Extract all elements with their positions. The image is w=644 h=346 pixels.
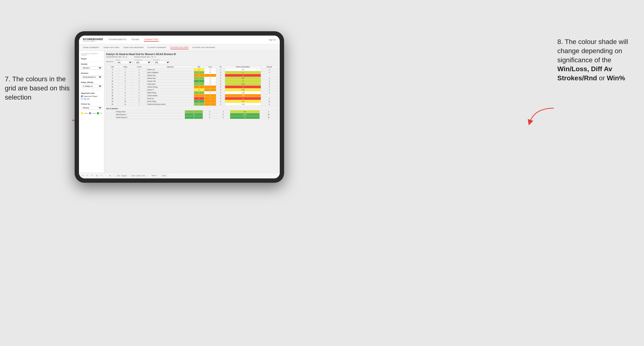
table-row: 9 1 4 Sharon Mun 1 0 0 3.67 3 bbox=[106, 77, 278, 80]
player-rank-label: Player (Rank) bbox=[81, 81, 102, 83]
gender-select[interactable]: Women's bbox=[81, 66, 102, 70]
subnav-team-summary[interactable]: TEAM SUMMARY bbox=[83, 46, 100, 49]
toolbar-cut[interactable]: ✂ bbox=[100, 174, 103, 177]
cell-rounds: 4 bbox=[261, 91, 278, 94]
ood-cell-rounds: 2 bbox=[260, 110, 278, 113]
toolbar-plus[interactable]: ⊕ bbox=[108, 174, 112, 177]
cell-win: 1 bbox=[194, 71, 204, 74]
nav-tournaments[interactable]: TOURNAMENTS bbox=[108, 38, 127, 42]
cell-name: Esther Lee bbox=[146, 68, 194, 71]
cell-reg: 6 bbox=[118, 80, 132, 83]
nav-teams[interactable]: TEAMS bbox=[131, 38, 140, 42]
sub-nav: TEAM SUMMARY TEAM H2H GRID TEAM H2H HEAT… bbox=[79, 44, 280, 51]
cell-rounds: 2 bbox=[261, 86, 278, 88]
ood-cell-rounds: 10 bbox=[260, 116, 278, 119]
table-row: 6 3 3 Sydney Kuo 0 1 0 -1 bbox=[106, 74, 278, 77]
filter-conference-select[interactable]: (All) bbox=[134, 61, 151, 64]
cell-div: 5 bbox=[106, 71, 119, 74]
colour-by-select[interactable]: Win/loss bbox=[81, 106, 102, 110]
cell-win: 2 bbox=[194, 103, 204, 106]
cell-win: 0 bbox=[194, 74, 204, 77]
nav-sign-out[interactable]: Sign out bbox=[269, 39, 276, 41]
toolbar-sep1 bbox=[114, 174, 114, 177]
logo-area: SCOREBOARD Powered by clippd bbox=[83, 38, 103, 42]
ood-cell-tie: 0 bbox=[216, 116, 230, 119]
cell-loss: 0 bbox=[204, 77, 216, 80]
cell-div: 16 bbox=[106, 94, 119, 97]
cell-conf: 3 bbox=[132, 80, 146, 83]
ood-cell-loss: 0 bbox=[203, 113, 216, 116]
cell-diff: -1 bbox=[225, 74, 261, 77]
toolbar-dot[interactable]: · bbox=[105, 174, 107, 177]
save-custom-label: Save Custom View bbox=[131, 175, 146, 176]
subnav-player-h2h-heatmap[interactable]: PLAYER H2H HEATMAP bbox=[192, 46, 215, 49]
nav-items: TOURNAMENTS TEAMS COMMITTEE bbox=[108, 38, 269, 42]
watch-label: Watch bbox=[152, 175, 156, 176]
cell-win: 1 bbox=[194, 91, 204, 94]
cell-diff: 0.38 bbox=[225, 88, 261, 91]
watch-chevron: ▾ bbox=[157, 175, 158, 177]
player-rank-select[interactable]: 8. Katelyn Vo bbox=[81, 84, 102, 88]
cell-reg: 1 bbox=[118, 83, 132, 86]
cell-conf: 1 bbox=[132, 68, 146, 71]
col-rounds: Rounds bbox=[261, 66, 278, 68]
ood-cell-win: 5 bbox=[185, 116, 203, 119]
toolbar-sep2 bbox=[148, 174, 148, 177]
toolbar-share[interactable]: Share bbox=[160, 174, 168, 177]
toolbar-redo[interactable]: ↪ bbox=[90, 174, 94, 177]
tablet-frame: SCOREBOARD Powered by clippd TOURNAMENTS… bbox=[75, 31, 284, 183]
cell-rounds: 2 bbox=[261, 97, 278, 100]
legend-down-label: Down bbox=[84, 113, 88, 114]
cell-conf: 2 bbox=[132, 97, 146, 100]
radio-top100[interactable]: Top 100 bbox=[81, 98, 102, 100]
cell-name: Sydney Kuo bbox=[146, 74, 194, 77]
filter-region-select[interactable]: (All) bbox=[116, 61, 132, 64]
grid-title: Katelyn Vo Head-to-Head Grid for Women's… bbox=[106, 53, 278, 55]
radio-opponents-played[interactable]: Opponents Played bbox=[81, 95, 102, 97]
cell-div: 9 bbox=[106, 77, 119, 80]
cell-tie: 1 bbox=[216, 68, 225, 71]
cell-reg: 2 bbox=[118, 94, 132, 97]
cell-rounds bbox=[261, 74, 278, 77]
cell-name: Emily Chang bbox=[146, 100, 194, 103]
subnav-player-summary[interactable]: PLAYER SUMMARY bbox=[148, 46, 166, 49]
toolbar-copy[interactable]: ⧉ bbox=[95, 174, 98, 177]
cell-loss: 0 bbox=[204, 71, 216, 74]
nav-committee[interactable]: COMMITTEE bbox=[144, 38, 159, 42]
legend-level-label: Level bbox=[92, 113, 96, 114]
table-row: 15 8 5 Stella Cheng 1 0 0 1.25 4 bbox=[106, 91, 278, 94]
cell-div: 14 bbox=[106, 88, 119, 91]
cell-diff: 0.3 bbox=[225, 100, 261, 103]
cell-conf: 5 bbox=[132, 91, 146, 94]
ood-table-row: NCAA Division 2 5 0 0 7.4 10 bbox=[106, 116, 278, 119]
ood-cell-win: 1 bbox=[185, 110, 203, 113]
table-row: 13 1 1 Jessica Huang 0 1 0 -3 2 bbox=[106, 86, 278, 88]
toolbar-save-custom[interactable]: Save Custom View bbox=[130, 174, 147, 177]
division-select[interactable]: NCAA Division III bbox=[81, 75, 102, 79]
col-div: # Div bbox=[106, 66, 119, 68]
subnav-player-h2h-grid[interactable]: PLAYER H2H GRID bbox=[170, 46, 188, 49]
cell-win: 2 bbox=[194, 80, 204, 83]
division-record: Division Record: 331 - 34 - 6 bbox=[134, 56, 156, 58]
filter-opponent-select[interactable]: (All) bbox=[153, 61, 170, 64]
cell-reg: 7 bbox=[118, 88, 132, 91]
ood-cell-rounds: 30 bbox=[260, 113, 278, 116]
ood-table-row: NAIA Division 1 15 0 0 9.267 30 bbox=[106, 113, 278, 116]
cell-name: Heejo Hyun bbox=[146, 83, 194, 86]
arrow-right-annotation bbox=[527, 106, 556, 126]
cell-rounds: 3 bbox=[261, 77, 278, 80]
subnav-team-h2h-heatmap[interactable]: TEAM H2H HEATMAP bbox=[123, 46, 144, 49]
cell-rounds bbox=[261, 94, 278, 97]
subnav-team-h2h-grid[interactable]: TEAM H2H GRID bbox=[103, 46, 120, 49]
table-row: 14 7 4 Eunice Yi 2 2 0 0.38 9 bbox=[106, 88, 278, 91]
filter-opponent-group: Opponent (All) bbox=[153, 59, 170, 64]
toolbar-view-original[interactable]: View: Original bbox=[115, 174, 128, 177]
cell-div: 19 bbox=[106, 100, 119, 103]
cell-name: Sharon Mun bbox=[146, 77, 194, 80]
toolbar-undo2[interactable]: ↩ bbox=[86, 174, 89, 177]
cell-conf: 1 bbox=[132, 86, 146, 88]
toolbar-undo[interactable]: ↩ bbox=[81, 174, 84, 177]
cell-conf: 3 bbox=[132, 74, 146, 77]
toolbar-watch[interactable]: Watch ▾ bbox=[150, 174, 159, 177]
overall-record: Overall Record: 353 - 34 - 6 bbox=[106, 56, 127, 58]
